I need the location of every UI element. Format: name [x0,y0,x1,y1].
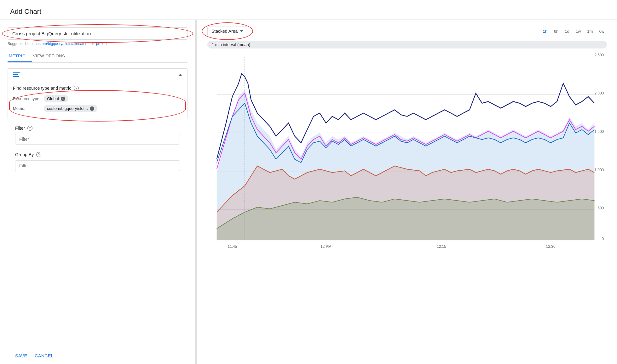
svg-text:2,500: 2,500 [594,53,604,57]
main-content: Suggested title: custom/bigquery/slots/a… [0,20,617,364]
metric-value: custom/bigquery/slot... [47,106,88,111]
time-range-buttons: 1h 6h 1d 1w 1m 6w [540,28,607,35]
resource-type-chip: Global × [44,95,68,102]
group-by-input[interactable] [15,160,180,171]
tab-view-options[interactable]: VIEW OPTIONS [32,50,71,62]
time-btn-6h[interactable]: 6h [551,28,561,35]
list-icon-bar-3 [13,76,19,77]
group-by-help-icon[interactable]: ? [36,152,41,157]
chart-type-label: Stacked Area [211,29,238,34]
chart-type-wrapper: Stacked Area [207,26,247,36]
collapse-chevron-icon[interactable] [178,74,182,76]
time-btn-1w[interactable]: 1w [573,28,584,35]
page-container: Add Chart Suggested title: custom/bigque… [0,0,617,364]
group-by-section: Group By ? [8,146,187,172]
dropdown-arrow-icon [240,30,243,32]
time-btn-1d[interactable]: 1d [562,28,572,35]
resource-type-remove-icon[interactable]: × [61,97,65,101]
chart-title-input[interactable] [8,27,187,40]
list-icon [13,72,20,77]
interval-badge: 1 min interval (mean) [207,41,607,48]
page-header: Add Chart [0,0,617,20]
time-btn-1h[interactable]: 1h [540,28,550,35]
tab-metric[interactable]: METRIC [8,50,32,62]
tabs-row: METRIC VIEW OPTIONS [8,50,187,63]
metric-row: Metric: custom/bigquery/slot... × [13,105,182,112]
group-by-title: Group By ? [15,152,180,157]
svg-text:2,000: 2,000 [594,91,604,95]
svg-text:1,500: 1,500 [594,129,604,134]
metric-remove-icon[interactable]: × [90,106,94,111]
svg-text:12:15: 12:15 [437,244,446,249]
metric-section: Find resource type and metric ? Resource… [8,68,187,119]
time-btn-1m[interactable]: 1m [585,28,595,35]
resource-fields: Resource type: Global × Metric: custom/b… [8,93,187,119]
suggested-title-link[interactable]: custom/bigquery/slots/allocated_for_proj… [35,42,107,46]
svg-text:1,000: 1,000 [594,168,604,172]
footer-actions: SAVE CANCEL [8,348,187,364]
metric-chip: custom/bigquery/slot... × [44,105,97,112]
time-btn-6w[interactable]: 6w [597,28,607,35]
find-resource-help-icon[interactable]: ? [74,86,79,91]
resource-type-label: Resource type: [13,96,41,101]
find-resource-label: Find resource type and metric [13,86,71,91]
list-icon-bar-2 [13,74,18,75]
resource-fields-wrapper: Resource type: Global × Metric: custom/b… [8,93,187,119]
chart-type-dropdown[interactable]: Stacked Area [207,26,247,36]
metric-section-header [8,69,187,81]
svg-text:500: 500 [597,206,604,210]
resource-type-row: Resource type: Global × [13,95,182,102]
metric-label: Metric: [13,106,41,111]
chart-svg: 2,500 2,000 1,500 1,000 500 0 11:45 12 P [207,50,607,255]
filter-section: Filter ? [8,119,187,146]
save-button[interactable]: SAVE [15,353,27,358]
page-title: Add Chart [10,8,607,16]
filter-input[interactable] [15,134,180,145]
cancel-button[interactable]: CANCEL [35,353,54,358]
filter-title: Filter ? [15,126,180,131]
filter-help-icon[interactable]: ? [27,126,32,131]
right-panel: Stacked Area 1h 6h 1d 1w 1m 6w 1 min [197,20,617,364]
resource-type-value: Global [47,96,59,101]
svg-text:11:45: 11:45 [228,244,237,249]
chart-controls: Stacked Area 1h 6h 1d 1w 1m 6w [207,26,607,36]
list-icon-bar-1 [13,72,20,73]
left-panel: Suggested title: custom/bigquery/slots/a… [0,20,195,364]
title-input-wrapper [8,27,187,40]
chart-area: 2,500 2,000 1,500 1,000 500 0 11:45 12 P [207,50,607,364]
find-resource-row: Find resource type and metric ? [8,81,187,93]
svg-text:12:30: 12:30 [546,244,556,249]
svg-text:12 PM: 12 PM [320,244,331,249]
svg-text:0: 0 [602,237,604,241]
suggested-title: Suggested title: custom/bigquery/slots/a… [8,42,187,46]
